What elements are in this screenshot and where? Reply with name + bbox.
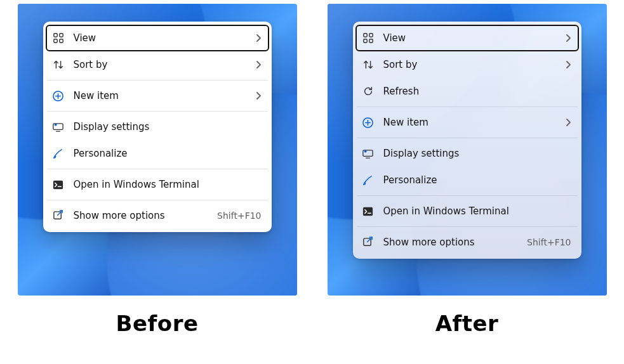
plus-circle-icon <box>52 89 65 102</box>
menu-item-label: View <box>383 32 556 44</box>
before-context-menu: View Sort by <box>43 22 272 232</box>
before-wallpaper: View Sort by <box>18 4 297 296</box>
terminal-icon <box>52 178 65 191</box>
menu-item-label: Open in Windows Terminal <box>74 179 262 190</box>
svg-rect-9 <box>363 34 366 37</box>
shortcut-text: Shift+F10 <box>217 211 261 221</box>
menu-divider <box>357 107 578 107</box>
view-icon <box>362 32 375 44</box>
menu-divider <box>357 138 578 138</box>
before-panel: View Sort by <box>18 4 297 336</box>
menu-divider <box>47 80 268 81</box>
chevron-right-icon <box>255 34 262 42</box>
show-more-icon <box>362 236 375 249</box>
menu-item-show-more[interactable]: Show more options Shift+F10 <box>355 229 579 256</box>
menu-item-sort-by[interactable]: Sort by <box>355 51 579 78</box>
menu-item-label: Display settings <box>74 121 262 133</box>
chevron-right-icon <box>565 34 571 42</box>
menu-item-display-settings[interactable]: Display settings <box>46 114 269 140</box>
sort-icon <box>362 58 375 71</box>
menu-item-personalize[interactable]: Personalize <box>355 167 579 193</box>
sort-icon <box>52 58 65 71</box>
chevron-right-icon <box>255 61 262 68</box>
menu-item-show-more[interactable]: Show more options Shift+F10 <box>46 202 269 229</box>
menu-item-new-item[interactable]: New item <box>46 82 269 109</box>
menu-item-display-settings[interactable]: Display settings <box>355 140 579 167</box>
menu-divider <box>47 111 268 112</box>
menu-item-label: View <box>74 32 246 44</box>
svg-rect-1 <box>59 34 62 37</box>
show-more-icon <box>52 209 65 222</box>
menu-item-label: Refresh <box>383 86 571 97</box>
svg-point-6 <box>55 123 57 126</box>
menu-item-view[interactable]: View <box>46 25 269 51</box>
chevron-right-icon <box>565 61 571 68</box>
after-panel: View Sort by <box>328 4 607 336</box>
svg-rect-11 <box>363 39 366 42</box>
menu-item-label: Show more options <box>74 210 209 221</box>
menu-item-label: New item <box>383 117 556 128</box>
menu-item-label: Sort by <box>383 59 556 70</box>
refresh-icon <box>362 85 375 98</box>
menu-item-open-terminal[interactable]: Open in Windows Terminal <box>46 171 269 198</box>
display-settings-icon <box>362 147 375 160</box>
personalize-icon <box>52 147 65 160</box>
svg-rect-2 <box>53 39 56 42</box>
svg-rect-10 <box>369 34 372 37</box>
menu-item-label: Display settings <box>383 148 571 159</box>
display-settings-icon <box>52 120 65 133</box>
view-icon <box>52 32 65 44</box>
chevron-right-icon <box>255 92 262 100</box>
menu-item-label: Show more options <box>383 237 519 248</box>
after-wallpaper: View Sort by <box>328 4 607 296</box>
menu-item-label: Personalize <box>74 148 262 159</box>
menu-item-view[interactable]: View <box>355 25 579 51</box>
plus-circle-icon <box>362 116 375 129</box>
chevron-right-icon <box>565 119 571 126</box>
menu-item-open-terminal[interactable]: Open in Windows Terminal <box>355 198 579 224</box>
svg-point-15 <box>364 150 367 152</box>
menu-divider <box>47 200 268 200</box>
menu-item-refresh[interactable]: Refresh <box>355 78 579 105</box>
comparison-stage: View Sort by <box>0 0 624 336</box>
menu-item-label: Personalize <box>383 174 571 186</box>
menu-item-label: New item <box>74 90 246 101</box>
menu-item-label: Sort by <box>74 59 246 70</box>
svg-rect-7 <box>53 180 63 188</box>
personalize-icon <box>362 174 375 186</box>
before-caption: Before <box>116 311 199 336</box>
svg-rect-0 <box>53 34 56 37</box>
menu-divider <box>47 169 268 169</box>
svg-rect-3 <box>59 39 62 42</box>
svg-rect-12 <box>369 39 372 42</box>
after-caption: After <box>435 311 499 336</box>
menu-item-new-item[interactable]: New item <box>355 109 579 136</box>
after-context-menu: View Sort by <box>353 22 581 259</box>
shortcut-text: Shift+F10 <box>527 237 571 247</box>
svg-rect-16 <box>363 207 373 215</box>
menu-item-personalize[interactable]: Personalize <box>46 140 269 167</box>
menu-item-sort-by[interactable]: Sort by <box>46 51 269 78</box>
menu-divider <box>357 195 578 196</box>
menu-item-label: Open in Windows Terminal <box>383 205 571 217</box>
terminal-icon <box>362 205 375 218</box>
menu-divider <box>357 226 578 227</box>
